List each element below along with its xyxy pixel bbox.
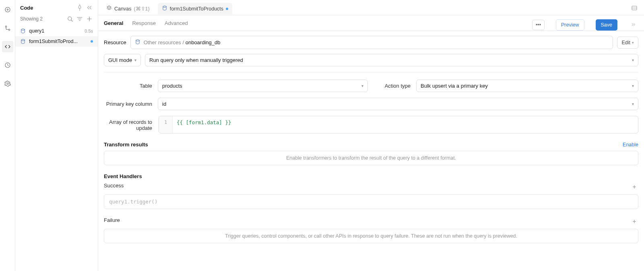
enable-transform-link[interactable]: Enable bbox=[623, 142, 638, 148]
pk-value: id bbox=[162, 101, 166, 107]
svg-point-15 bbox=[21, 29, 25, 31]
query-item-form1submit[interactable]: form1SubmitToProd... bbox=[15, 36, 98, 47]
action-type-value: Bulk upsert via a primary key bbox=[421, 83, 488, 89]
subtab-response[interactable]: Response bbox=[132, 20, 156, 30]
rail-code[interactable] bbox=[2, 41, 13, 52]
add-failure-handler[interactable]: + bbox=[630, 218, 638, 225]
pk-select[interactable]: id ▾ bbox=[158, 98, 638, 110]
code-gutter: 1 bbox=[159, 116, 173, 133]
svg-marker-17 bbox=[107, 6, 111, 8]
query-name: form1SubmitToProd... bbox=[29, 39, 87, 44]
database-icon bbox=[20, 28, 26, 34]
database-icon bbox=[135, 39, 140, 46]
edit-label: Edit bbox=[621, 40, 630, 45]
run-trigger-select[interactable]: Run query only when manually triggered ▾ bbox=[145, 54, 638, 66]
database-icon bbox=[162, 5, 167, 12]
tab-query[interactable]: form1SubmitToProducts bbox=[158, 3, 232, 14]
search-icon[interactable] bbox=[66, 15, 74, 23]
edit-resource-button[interactable]: Edit ▾ bbox=[617, 37, 638, 49]
resource-path: Other resources / bbox=[144, 39, 186, 45]
rail-add[interactable] bbox=[2, 4, 13, 15]
svg-line-9 bbox=[71, 20, 72, 21]
chevron-down-icon: ▾ bbox=[632, 102, 634, 106]
rail-settings[interactable] bbox=[2, 78, 13, 89]
array-code-value: {{ [form1.data] }} bbox=[173, 116, 638, 133]
table-value: products bbox=[162, 83, 182, 89]
collapse-panel-icon[interactable] bbox=[86, 4, 93, 11]
svg-point-16 bbox=[21, 39, 25, 41]
svg-point-21 bbox=[136, 40, 139, 41]
transform-title: Transform results bbox=[104, 142, 148, 148]
svg-point-3 bbox=[5, 26, 6, 27]
query-time: 0.5s bbox=[85, 29, 93, 33]
filter-icon[interactable] bbox=[76, 15, 83, 23]
success-handler-box[interactable]: query1.trigger() bbox=[104, 194, 638, 209]
save-button[interactable]: Save bbox=[596, 19, 618, 31]
subtab-general[interactable]: General bbox=[104, 20, 123, 30]
table-select[interactable]: products ▾ bbox=[158, 80, 368, 92]
resource-select[interactable]: Other resources / onboarding_db bbox=[130, 36, 613, 49]
transform-placeholder: Enable transformers to transform the res… bbox=[104, 151, 638, 165]
resource-db: onboarding_db bbox=[186, 39, 221, 45]
rail-workflow[interactable] bbox=[2, 23, 13, 34]
action-type-label: Action type bbox=[374, 83, 411, 89]
mode-value: GUI mode bbox=[108, 57, 132, 63]
svg-point-18 bbox=[163, 6, 166, 8]
layers-icon bbox=[106, 5, 112, 12]
showing-count: Showing 2 bbox=[20, 16, 64, 22]
subtab-advanced[interactable]: Advanced bbox=[165, 20, 188, 30]
action-type-select[interactable]: Bulk upsert via a primary key ▾ bbox=[416, 80, 638, 92]
database-icon bbox=[20, 39, 26, 44]
preview-button[interactable]: Preview bbox=[556, 19, 584, 31]
add-success-handler[interactable]: + bbox=[630, 183, 638, 191]
chevron-down-icon: ▾ bbox=[361, 84, 363, 88]
pk-label: Primary key column bbox=[104, 101, 152, 107]
table-label: Table bbox=[104, 83, 152, 89]
run-trigger-value: Run query only when manually triggered bbox=[149, 57, 243, 63]
tab-label: Canvas bbox=[114, 6, 131, 12]
query-item-query1[interactable]: query1 0.5s bbox=[15, 26, 98, 36]
collapse-right-icon[interactable] bbox=[629, 20, 638, 31]
tab-hint: (⌘⇧1) bbox=[134, 6, 149, 12]
chevron-down-icon: ▾ bbox=[632, 58, 634, 62]
svg-point-4 bbox=[8, 29, 10, 30]
panel-layout-icon[interactable] bbox=[629, 2, 640, 15]
add-query-icon[interactable] bbox=[86, 15, 93, 23]
mode-select[interactable]: GUI mode ▾ bbox=[104, 54, 141, 66]
tab-label: form1SubmitToProducts bbox=[170, 6, 223, 12]
success-label: Success bbox=[104, 183, 124, 189]
event-handlers-title: Event Handlers bbox=[104, 173, 142, 179]
failure-label: Failure bbox=[104, 217, 120, 223]
chevron-down-icon: ▾ bbox=[134, 58, 136, 62]
array-label: Array of records to update bbox=[104, 116, 152, 131]
rail-history[interactable] bbox=[2, 60, 13, 71]
unsaved-dot-icon bbox=[91, 40, 93, 43]
chevron-down-icon: ▾ bbox=[632, 84, 634, 88]
more-button[interactable]: ••• bbox=[532, 20, 545, 30]
resource-label: Resource bbox=[104, 39, 126, 45]
unsaved-dot-icon bbox=[226, 8, 228, 10]
query-name: query1 bbox=[29, 28, 81, 34]
array-code-input[interactable]: 1 {{ [form1.data] }} bbox=[159, 116, 638, 133]
panel-title: Code bbox=[20, 5, 74, 11]
chevron-down-icon: ▾ bbox=[632, 41, 634, 45]
svg-point-6 bbox=[7, 83, 8, 84]
failure-placeholder: Trigger queries, control components, or … bbox=[104, 229, 638, 243]
tab-canvas[interactable]: Canvas (⌘⇧1) bbox=[102, 3, 154, 14]
pin-icon[interactable] bbox=[76, 4, 83, 11]
